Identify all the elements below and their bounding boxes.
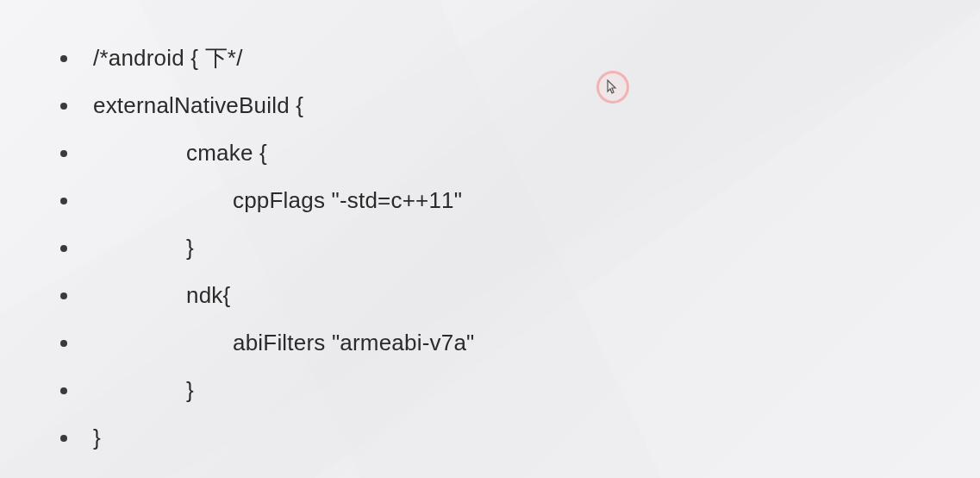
bullet-icon [60, 103, 67, 110]
bullet-icon [60, 340, 67, 347]
code-text: } [93, 425, 101, 451]
code-line: cppFlags "-std=c++11" [60, 177, 980, 224]
code-text: abiFilters "armeabi-v7a" [93, 330, 474, 356]
code-line: externalNativeBuild { [60, 82, 980, 129]
code-text: /*android { 下*/ [93, 43, 243, 73]
code-line: } [60, 367, 980, 414]
bullet-icon [60, 198, 67, 204]
code-line: } [60, 414, 980, 462]
bullet-icon [60, 435, 67, 442]
code-text: ndk{ [93, 282, 230, 309]
code-line: } [60, 224, 980, 272]
code-text: } [93, 377, 194, 404]
cursor-highlight-icon [596, 71, 629, 104]
code-line: cmake { [60, 129, 980, 177]
bullet-icon [60, 55, 67, 62]
code-text: cmake { [93, 140, 267, 167]
code-text: } [93, 235, 194, 261]
cursor-arrow-icon [607, 79, 619, 95]
code-line: /*android { 下*/ [60, 35, 980, 82]
code-line: ndk{ [60, 272, 980, 319]
bullet-icon [60, 245, 67, 252]
code-line: abiFilters "armeabi-v7a" [60, 319, 980, 367]
bullet-icon [60, 292, 67, 299]
code-text: externalNativeBuild { [93, 92, 303, 119]
bullet-icon [60, 387, 67, 394]
code-text: cppFlags "-std=c++11" [93, 187, 462, 214]
slide-content: /*android { 下*/ externalNativeBuild { cm… [0, 0, 980, 462]
bullet-icon [60, 150, 67, 157]
